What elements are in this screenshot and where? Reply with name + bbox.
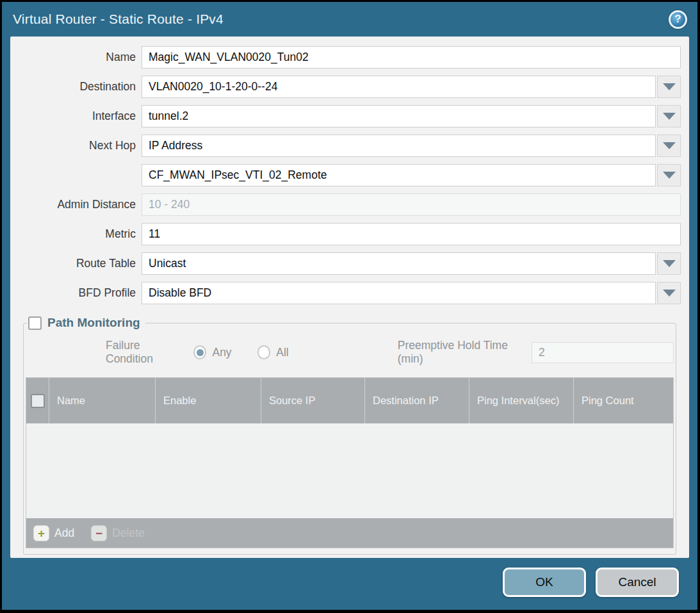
name-label: Name	[19, 51, 142, 64]
path-monitoring-table: Name Enable Source IP Destination IP Pin…	[26, 377, 674, 518]
form-row-metric: Metric	[19, 223, 681, 245]
dialog-frame: Virtual Router - Static Route - IPv4 ? N…	[0, 0, 700, 613]
dialog-title: Virtual Router - Static Route - IPv4	[13, 12, 224, 27]
route-table-input[interactable]	[142, 252, 656, 275]
path-monitoring-legend: Path Monitoring	[27, 316, 145, 330]
table-header-checkbox-cell	[26, 378, 49, 423]
bfd-profile-input[interactable]	[142, 282, 656, 304]
next-hop-address-input[interactable]	[142, 164, 656, 186]
route-table-dropdown-button[interactable]	[657, 252, 681, 275]
dialog-footer: OK Cancel	[2, 558, 697, 610]
chevron-down-icon	[663, 113, 676, 120]
next-hop-label: Next Hop	[19, 139, 142, 152]
path-monitoring-title: Path Monitoring	[47, 316, 140, 330]
chevron-down-icon	[663, 290, 676, 297]
admin-distance-label: Admin Distance	[19, 198, 142, 211]
column-header-ping-interval[interactable]: Ping Interval(sec)	[469, 378, 573, 423]
column-header-name[interactable]: Name	[49, 378, 155, 423]
metric-label: Metric	[19, 227, 142, 241]
path-monitoring-checkbox[interactable]	[28, 316, 42, 330]
interface-label: Interface	[19, 110, 142, 123]
add-button[interactable]: + Add	[33, 525, 74, 541]
form-row-bfd-profile: BFD Profile	[19, 282, 681, 304]
failure-condition-row: Failure Condition Any All Preemptive Hol…	[26, 339, 674, 366]
preemptive-hold-time-label: Preemptive Hold Time (min)	[398, 339, 526, 366]
preemptive-hold-time-input[interactable]	[532, 342, 674, 363]
table-body-empty	[26, 423, 673, 518]
form-row-route-table: Route Table	[19, 252, 681, 275]
form-row-name: Name	[19, 46, 681, 69]
interface-input[interactable]	[142, 105, 656, 127]
metric-input[interactable]	[142, 223, 681, 245]
delete-minus-icon: −	[91, 525, 107, 541]
add-button-label: Add	[54, 527, 74, 540]
destination-label: Destination	[19, 80, 142, 94]
route-table-label: Route Table	[19, 257, 142, 270]
next-hop-type-input[interactable]	[142, 135, 656, 157]
column-header-source-ip[interactable]: Source IP	[261, 378, 364, 423]
form-row-destination: Destination	[19, 76, 681, 98]
select-all-checkbox[interactable]	[31, 394, 45, 408]
next-hop-type-dropdown-button[interactable]	[657, 135, 681, 157]
chevron-down-icon	[663, 142, 676, 149]
form-row-next-hop-address	[19, 164, 681, 186]
table-toolbar: + Add − Delete	[26, 518, 674, 548]
column-header-enable[interactable]: Enable	[155, 378, 261, 423]
destination-dropdown-button[interactable]	[657, 76, 681, 98]
failure-condition-all-radio[interactable]	[257, 345, 271, 359]
failure-condition-any-label: Any	[212, 346, 231, 359]
interface-dropdown-button[interactable]	[657, 105, 681, 127]
delete-button-label: Delete	[112, 527, 145, 540]
column-header-destination-ip[interactable]: Destination IP	[364, 378, 469, 423]
add-plus-icon: +	[33, 525, 49, 541]
failure-condition-label: Failure Condition	[106, 339, 184, 366]
bfd-profile-label: BFD Profile	[19, 286, 142, 300]
form-row-next-hop: Next Hop	[19, 135, 681, 157]
bfd-profile-dropdown-button[interactable]	[657, 282, 681, 304]
cancel-button[interactable]: Cancel	[596, 568, 679, 597]
table-header-row: Name Enable Source IP Destination IP Pin…	[26, 378, 673, 423]
delete-button[interactable]: − Delete	[91, 525, 145, 541]
chevron-down-icon	[663, 83, 676, 90]
failure-condition-any-radio[interactable]	[193, 345, 207, 359]
admin-distance-input[interactable]	[142, 193, 681, 216]
help-icon[interactable]: ?	[669, 10, 687, 29]
name-input[interactable]	[142, 46, 681, 69]
column-header-ping-count[interactable]: Ping Count	[573, 378, 673, 423]
form-row-interface: Interface	[19, 105, 681, 127]
form-row-admin-distance: Admin Distance	[19, 193, 681, 216]
dialog-content: Name Destination Interface	[10, 37, 689, 558]
titlebar: Virtual Router - Static Route - IPv4 ?	[2, 2, 697, 37]
chevron-down-icon	[663, 172, 676, 179]
next-hop-address-dropdown-button[interactable]	[657, 164, 681, 186]
help-glyph: ?	[674, 13, 681, 26]
ok-button[interactable]: OK	[503, 568, 586, 597]
path-monitoring-section: Path Monitoring Failure Condition Any Al…	[23, 316, 676, 555]
destination-input[interactable]	[142, 76, 656, 98]
static-route-dialog: Virtual Router - Static Route - IPv4 ? N…	[2, 2, 697, 610]
chevron-down-icon	[663, 260, 676, 267]
failure-condition-all-label: All	[276, 346, 288, 359]
